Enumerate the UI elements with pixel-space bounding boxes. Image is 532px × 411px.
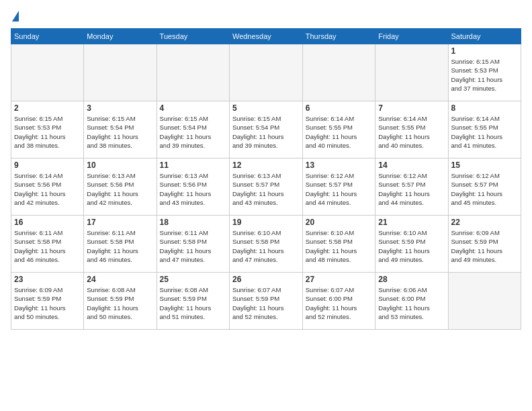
calendar-week-row: 23Sunrise: 6:09 AM Sunset: 5:59 PM Dayli… — [11, 273, 521, 330]
calendar-day-cell: 9Sunrise: 6:14 AM Sunset: 5:56 PM Daylig… — [11, 158, 84, 216]
day-number: 7 — [378, 103, 445, 113]
day-number: 10 — [87, 161, 153, 170]
calendar-day-cell: 20Sunrise: 6:10 AM Sunset: 5:58 PM Dayli… — [302, 216, 375, 273]
calendar-day-cell — [375, 44, 448, 101]
day-number: 12 — [232, 161, 300, 170]
calendar-day-cell — [229, 44, 302, 101]
page-header — [11, 11, 521, 23]
day-info: Sunrise: 6:08 AM Sunset: 5:59 PM Dayligh… — [87, 285, 153, 321]
day-info: Sunrise: 6:06 AM Sunset: 6:00 PM Dayligh… — [378, 285, 445, 321]
day-of-week-header: Tuesday — [157, 29, 229, 44]
calendar-day-cell: 6Sunrise: 6:14 AM Sunset: 5:55 PM Daylig… — [302, 101, 375, 158]
day-info: Sunrise: 6:11 AM Sunset: 5:58 PM Dayligh… — [14, 228, 81, 264]
day-info: Sunrise: 6:09 AM Sunset: 5:59 PM Dayligh… — [451, 228, 519, 264]
calendar-day-cell: 15Sunrise: 6:12 AM Sunset: 5:57 PM Dayli… — [448, 158, 521, 216]
calendar-day-cell: 17Sunrise: 6:11 AM Sunset: 5:58 PM Dayli… — [84, 216, 157, 273]
day-number: 16 — [14, 218, 81, 227]
day-of-week-header: Thursday — [302, 29, 375, 44]
day-number: 17 — [87, 218, 153, 227]
calendar-week-row: 1Sunrise: 6:15 AM Sunset: 5:53 PM Daylig… — [11, 44, 521, 101]
day-of-week-header: Sunday — [11, 29, 84, 44]
day-number: 26 — [232, 275, 300, 284]
calendar-header-row: SundayMondayTuesdayWednesdayThursdayFrid… — [11, 29, 521, 44]
day-info: Sunrise: 6:07 AM Sunset: 5:59 PM Dayligh… — [232, 285, 300, 321]
day-info: Sunrise: 6:09 AM Sunset: 5:59 PM Dayligh… — [14, 285, 81, 321]
day-info: Sunrise: 6:11 AM Sunset: 5:58 PM Dayligh… — [87, 228, 153, 264]
calendar-day-cell: 13Sunrise: 6:12 AM Sunset: 5:57 PM Dayli… — [302, 158, 375, 216]
calendar-week-row: 2Sunrise: 6:15 AM Sunset: 5:53 PM Daylig… — [11, 101, 521, 158]
day-info: Sunrise: 6:10 AM Sunset: 5:58 PM Dayligh… — [232, 228, 300, 264]
day-number: 25 — [160, 275, 226, 284]
logo-triangle-icon — [12, 11, 19, 21]
day-info: Sunrise: 6:13 AM Sunset: 5:57 PM Dayligh… — [232, 171, 300, 207]
calendar-day-cell: 19Sunrise: 6:10 AM Sunset: 5:58 PM Dayli… — [229, 216, 302, 273]
day-info: Sunrise: 6:08 AM Sunset: 5:59 PM Dayligh… — [160, 285, 226, 321]
calendar-day-cell: 8Sunrise: 6:14 AM Sunset: 5:55 PM Daylig… — [448, 101, 521, 158]
calendar-week-row: 9Sunrise: 6:14 AM Sunset: 5:56 PM Daylig… — [11, 158, 521, 216]
day-number: 22 — [451, 218, 519, 227]
day-number: 24 — [87, 275, 153, 284]
day-info: Sunrise: 6:12 AM Sunset: 5:57 PM Dayligh… — [306, 171, 372, 207]
day-number: 3 — [87, 103, 153, 113]
calendar-day-cell: 28Sunrise: 6:06 AM Sunset: 6:00 PM Dayli… — [375, 273, 448, 330]
calendar-day-cell: 5Sunrise: 6:15 AM Sunset: 5:54 PM Daylig… — [229, 101, 302, 158]
day-info: Sunrise: 6:14 AM Sunset: 5:55 PM Dayligh… — [451, 114, 519, 150]
day-info: Sunrise: 6:10 AM Sunset: 5:58 PM Dayligh… — [306, 228, 372, 264]
calendar-day-cell: 27Sunrise: 6:07 AM Sunset: 6:00 PM Dayli… — [302, 273, 375, 330]
day-info: Sunrise: 6:14 AM Sunset: 5:55 PM Dayligh… — [378, 114, 445, 150]
calendar-day-cell: 25Sunrise: 6:08 AM Sunset: 5:59 PM Dayli… — [157, 273, 229, 330]
day-info: Sunrise: 6:15 AM Sunset: 5:54 PM Dayligh… — [232, 114, 300, 150]
day-info: Sunrise: 6:10 AM Sunset: 5:59 PM Dayligh… — [378, 228, 445, 264]
calendar-table: SundayMondayTuesdayWednesdayThursdayFrid… — [11, 28, 521, 330]
day-number: 8 — [451, 103, 519, 113]
day-number: 15 — [451, 161, 519, 170]
day-info: Sunrise: 6:15 AM Sunset: 5:53 PM Dayligh… — [14, 114, 81, 150]
calendar-day-cell: 22Sunrise: 6:09 AM Sunset: 5:59 PM Dayli… — [448, 216, 521, 273]
day-number: 9 — [14, 161, 81, 170]
calendar-day-cell — [448, 273, 521, 330]
calendar-day-cell: 10Sunrise: 6:13 AM Sunset: 5:56 PM Dayli… — [84, 158, 157, 216]
day-info: Sunrise: 6:13 AM Sunset: 5:56 PM Dayligh… — [87, 171, 153, 207]
calendar-day-cell: 4Sunrise: 6:15 AM Sunset: 5:54 PM Daylig… — [157, 101, 229, 158]
day-number: 1 — [451, 46, 519, 56]
day-info: Sunrise: 6:14 AM Sunset: 5:56 PM Dayligh… — [14, 171, 81, 207]
calendar-day-cell: 2Sunrise: 6:15 AM Sunset: 5:53 PM Daylig… — [11, 101, 84, 158]
calendar-day-cell: 11Sunrise: 6:13 AM Sunset: 5:56 PM Dayli… — [157, 158, 229, 216]
calendar-day-cell: 1Sunrise: 6:15 AM Sunset: 5:53 PM Daylig… — [448, 44, 521, 101]
day-info: Sunrise: 6:14 AM Sunset: 5:55 PM Dayligh… — [306, 114, 372, 150]
day-of-week-header: Wednesday — [229, 29, 302, 44]
calendar-day-cell: 16Sunrise: 6:11 AM Sunset: 5:58 PM Dayli… — [11, 216, 84, 273]
day-number: 11 — [160, 161, 226, 170]
calendar-day-cell: 26Sunrise: 6:07 AM Sunset: 5:59 PM Dayli… — [229, 273, 302, 330]
calendar-day-cell — [157, 44, 229, 101]
day-info: Sunrise: 6:13 AM Sunset: 5:56 PM Dayligh… — [160, 171, 226, 207]
day-info: Sunrise: 6:15 AM Sunset: 5:53 PM Dayligh… — [451, 57, 519, 93]
day-info: Sunrise: 6:07 AM Sunset: 6:00 PM Dayligh… — [306, 285, 372, 321]
calendar-week-row: 16Sunrise: 6:11 AM Sunset: 5:58 PM Dayli… — [11, 216, 521, 273]
day-info: Sunrise: 6:11 AM Sunset: 5:58 PM Dayligh… — [160, 228, 226, 264]
day-number: 18 — [160, 218, 226, 227]
day-info: Sunrise: 6:12 AM Sunset: 5:57 PM Dayligh… — [378, 171, 445, 207]
day-info: Sunrise: 6:15 AM Sunset: 5:54 PM Dayligh… — [160, 114, 226, 150]
day-number: 28 — [378, 275, 445, 284]
day-number: 23 — [14, 275, 81, 284]
calendar-day-cell: 14Sunrise: 6:12 AM Sunset: 5:57 PM Dayli… — [375, 158, 448, 216]
calendar-day-cell — [84, 44, 157, 101]
day-of-week-header: Friday — [375, 29, 448, 44]
day-info: Sunrise: 6:15 AM Sunset: 5:54 PM Dayligh… — [87, 114, 153, 150]
calendar-day-cell: 21Sunrise: 6:10 AM Sunset: 5:59 PM Dayli… — [375, 216, 448, 273]
calendar-day-cell: 7Sunrise: 6:14 AM Sunset: 5:55 PM Daylig… — [375, 101, 448, 158]
day-info: Sunrise: 6:12 AM Sunset: 5:57 PM Dayligh… — [451, 171, 519, 207]
day-number: 20 — [306, 218, 372, 227]
calendar-day-cell — [302, 44, 375, 101]
day-number: 27 — [306, 275, 372, 284]
calendar-day-cell: 3Sunrise: 6:15 AM Sunset: 5:54 PM Daylig… — [84, 101, 157, 158]
day-number: 5 — [232, 103, 300, 113]
day-number: 2 — [14, 103, 81, 113]
day-number: 13 — [306, 161, 372, 170]
day-of-week-header: Monday — [84, 29, 157, 44]
day-number: 19 — [232, 218, 300, 227]
day-number: 21 — [378, 218, 445, 227]
day-number: 4 — [160, 103, 226, 113]
calendar-day-cell: 12Sunrise: 6:13 AM Sunset: 5:57 PM Dayli… — [229, 158, 302, 216]
